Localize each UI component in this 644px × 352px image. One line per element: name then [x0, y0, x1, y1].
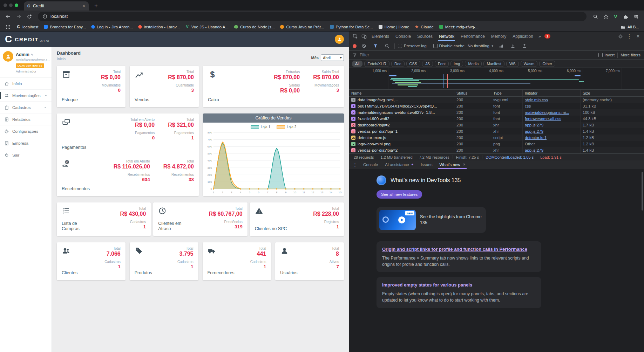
more-filters-button[interactable]: More filters: [621, 53, 640, 57]
bookmark-item[interactable]: Python for Data Sc...: [327, 24, 375, 30]
error-count-badge[interactable]: 1: [544, 34, 551, 39]
request-initiator[interactable]: app.js:279: [525, 129, 543, 133]
card-pagamentos-recebimentos[interactable]: Pagamentos Total em Aberto R$ 0,00 Pagam…: [57, 113, 199, 196]
devtools-tab-elements[interactable]: Elements: [368, 32, 392, 41]
request-initiator[interactable]: detector.js:1: [525, 136, 547, 140]
card-clientes-spc[interactable]: Clientes no SPC Total R$ 228,00 Registro…: [250, 202, 344, 236]
devtools-menu-kebab-icon[interactable]: ⋮: [625, 32, 633, 41]
devtools-tab-console[interactable]: Console: [392, 32, 414, 41]
export-har-icon[interactable]: [520, 42, 529, 50]
new-tab-button[interactable]: +: [91, 1, 101, 11]
reload-icon[interactable]: [25, 12, 34, 21]
devtools-settings-gear-icon[interactable]: [616, 32, 625, 41]
filter-input[interactable]: [360, 53, 596, 57]
play-icon[interactable]: [398, 216, 405, 223]
window-minimize-icon[interactable]: [9, 4, 13, 7]
devtools-close-icon[interactable]: ×: [634, 32, 642, 41]
bookmark-item[interactable]: Curso de Node.js...: [232, 24, 277, 30]
drawer-tab-console[interactable]: Console: [360, 160, 381, 169]
filter-chip-other[interactable]: Other: [539, 61, 555, 67]
request-initiator[interactable]: css: [525, 104, 531, 108]
drawer-tab-close-icon[interactable]: ×: [463, 162, 465, 167]
highlights-video-card[interactable]: new See the highlights from Chrome 135: [377, 207, 486, 233]
drawer-tab-what-s-new[interactable]: What's new×: [436, 160, 469, 169]
filter-chip-img[interactable]: Img: [450, 61, 463, 67]
inspect-element-icon[interactable]: [351, 32, 359, 41]
filter-chip-media[interactable]: Media: [465, 61, 482, 67]
request-initiator[interactable]: materialdesignicons.mi...: [525, 110, 569, 115]
devtools-tab-memory[interactable]: Memory: [488, 32, 509, 41]
column-header-type[interactable]: Type: [491, 90, 523, 96]
bookmark-item[interactable]: Curso Java na Prát...: [278, 24, 326, 30]
sidebar-item-inicio[interactable]: Início: [0, 77, 52, 89]
card-estoque[interactable]: Estoque Total R$ 0,00 Movimentos 0: [57, 66, 126, 107]
back-icon[interactable]: [4, 12, 13, 21]
card-fornecedores[interactable]: Fornecedores Total 441 Cadastros 1: [203, 242, 271, 280]
card-caixa[interactable]: $ Caixa Entradas R$ 870,00 Saídas R$ 0,0…: [203, 66, 344, 107]
window-fullscreen-icon[interactable]: [15, 4, 18, 7]
drawer-menu-kebab-icon[interactable]: ⋮: [351, 162, 359, 167]
card-vendas[interactable]: Vendas Total R$ 870,00 Quantidade 3: [130, 66, 199, 107]
release-note-link[interactable]: Improved empty states for various panels: [382, 282, 472, 288]
request-initiator[interactable]: fontawesome-all.css: [525, 117, 561, 121]
network-request-row[interactable]: Ape0TMImSLYBIv1o4X1M8ce2xCx3yop4tQ...200…: [349, 103, 644, 109]
column-header-initiator[interactable]: Initiator: [523, 90, 581, 96]
menu-tune-icon[interactable]: [631, 12, 640, 21]
edit-profile-icon[interactable]: ✎: [31, 53, 34, 57]
filter-chip-ws[interactable]: WS: [506, 61, 519, 67]
filter-chip-fetchxhr[interactable]: Fetch/XHR: [364, 61, 389, 67]
bookmark-item[interactable]: Home | Home: [376, 24, 412, 30]
network-request-row[interactable]: ≡data:image/svg+xml,...200svg+xmlstyle.m…: [349, 97, 644, 103]
card-sales-chart[interactable]: Gráfico de Vendas Loja 1 Loja 2 01002003…: [203, 113, 344, 196]
network-request-row[interactable]: {}vendas-por-dia?loja=1200xhrapp.js:2791…: [349, 128, 644, 134]
video-thumbnail[interactable]: new: [379, 210, 416, 230]
clear-icon[interactable]: [360, 42, 368, 50]
sidebar-item-sair[interactable]: Sair: [0, 149, 52, 161]
header-user-avatar[interactable]: [335, 35, 344, 44]
filter-chip-font[interactable]: Font: [435, 61, 449, 67]
filter-chip-manifest[interactable]: Manifest: [483, 61, 504, 67]
request-initiator[interactable]: app.js:279: [525, 148, 543, 152]
bookmark-item[interactable]: Clocalhost: [14, 24, 41, 30]
filter-chip-js[interactable]: JS: [422, 61, 433, 67]
address-bar[interactable]: localhost: [38, 12, 587, 21]
network-request-row[interactable]: {}vendas-por-dia?loja=2200xhrapp.js:2791…: [349, 147, 644, 153]
devtools-tab-application[interactable]: Application: [509, 32, 536, 41]
sidebar-item-configuracoes[interactable]: Configurações: [0, 125, 52, 137]
column-header-size[interactable]: Size: [581, 90, 644, 96]
filter-funnel-icon[interactable]: [371, 42, 380, 50]
scrollbar-thumb[interactable]: [642, 172, 643, 210]
see-all-features-button[interactable]: See all new features: [377, 190, 422, 199]
site-info-icon[interactable]: [42, 14, 47, 19]
search-icon[interactable]: [591, 12, 600, 21]
tab-close-icon[interactable]: ×: [82, 3, 85, 9]
card-lista-compras[interactable]: Lista de Compras Total R$ 430,00 Cadastr…: [57, 202, 151, 236]
filter-chip-wasm[interactable]: Wasm: [521, 61, 538, 67]
network-search-icon[interactable]: [383, 42, 391, 50]
window-controls[interactable]: [4, 0, 18, 11]
filter-chip-css[interactable]: CSS: [406, 61, 421, 67]
card-produtos[interactable]: Produtos Total 3.795 Cadastros 1: [130, 242, 198, 280]
bookmark-item[interactable]: Meet: mdg-zfwq-...: [437, 24, 481, 30]
disable-cache-checkbox[interactable]: Disable cache: [433, 44, 465, 48]
column-header-status[interactable]: Status: [454, 90, 491, 96]
bookmark-item[interactable]: VVue JS - Usando A...: [183, 24, 231, 30]
request-initiator[interactable]: style.min.css: [525, 98, 548, 102]
bookmark-item[interactable]: Branches for Easy...: [41, 24, 88, 30]
network-request-row[interactable]: JSdetector-exec.js200scriptdetector.js:1…: [349, 134, 644, 141]
all-bookmarks-button[interactable]: All B...: [621, 25, 640, 29]
drawer-tab-issues[interactable]: Issues: [417, 160, 436, 169]
network-request-row[interactable]: {}dashboard?loja=2200xhrapp.js:2791.7 kB: [349, 122, 644, 128]
sidebar-item-empresa[interactable]: Empresa: [0, 137, 52, 149]
forward-icon[interactable]: [14, 12, 23, 21]
column-header-name[interactable]: Name: [349, 90, 454, 96]
extensions-puzzle-icon[interactable]: [621, 12, 630, 21]
network-request-row[interactable]: Amaterialdesignicons-webfont.woff2?v=1.8…: [349, 109, 644, 116]
window-close-icon[interactable]: [4, 4, 7, 7]
browser-tab[interactable]: C Credit ×: [24, 1, 89, 11]
bookmark-item[interactable]: Claude: [412, 24, 436, 30]
filter-chip-doc[interactable]: Doc: [391, 61, 405, 67]
card-clientes-atraso[interactable]: Clientes em Atraso Total R$ 60.767,00 Pe…: [153, 202, 247, 236]
devtools-tab-network[interactable]: Network: [436, 32, 457, 41]
import-har-icon[interactable]: [509, 42, 517, 50]
